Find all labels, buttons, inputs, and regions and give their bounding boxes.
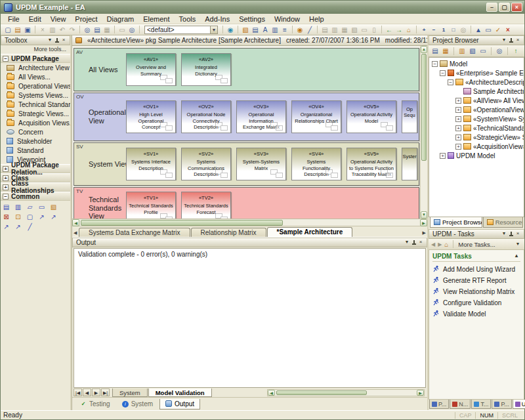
updm-tasks-menu-icon[interactable]: ▾ xyxy=(500,230,508,238)
home-icon[interactable]: ⌂ xyxy=(404,26,413,34)
title-bar[interactable]: UPDM Example - EA – ▢ × xyxy=(1,1,524,14)
align-left-icon[interactable]: ▤ xyxy=(320,26,329,34)
band-all-views[interactable]: AVAll Views«AV1»Overview and Summary«AV2… xyxy=(74,48,419,91)
move-down-icon[interactable]: ↓ xyxy=(522,47,525,55)
undo-icon[interactable]: ↶ xyxy=(58,26,67,34)
expand-icon[interactable]: + xyxy=(3,166,9,172)
cut-icon[interactable]: × xyxy=(38,26,47,34)
default-style-combobox[interactable]: <default>▼ xyxy=(144,26,218,34)
refresh-icon[interactable]: ✓ xyxy=(494,26,503,34)
menu-settings[interactable]: Settings xyxy=(234,14,270,24)
task-configure-validation[interactable]: Configure Validation xyxy=(432,297,520,308)
diagram-card-tv1[interactable]: «TV1»Technical Standards Profile xyxy=(126,192,176,219)
tree-node-sample-architecture[interactable]: Sample Architecture xyxy=(429,87,524,96)
move-up-icon[interactable]: ↑ xyxy=(511,47,520,55)
toolbox-item-architecture-view[interactable]: Architecture View xyxy=(1,63,70,72)
diagram-card-sv4[interactable]: «SV4»Systems Functionality Description xyxy=(291,148,341,180)
tasks-home-icon[interactable]: ⌂ xyxy=(444,241,448,248)
collapse-icon[interactable]: − xyxy=(3,194,9,200)
expand-icon[interactable]: + xyxy=(3,184,9,190)
output-scroll-right-icon[interactable]: ▶ xyxy=(417,390,424,396)
diagram-tab-sample-architecture[interactable]: *Sample Architecture xyxy=(267,227,353,237)
expand-icon[interactable]: + xyxy=(440,153,446,159)
image-icon[interactable]: ▧ xyxy=(49,203,58,211)
combo-dropdown-icon[interactable]: ▼ xyxy=(210,26,217,33)
delete-icon[interactable]: × xyxy=(503,26,513,34)
user-icon[interactable]: ◉ xyxy=(295,26,304,34)
project-browser-pin-icon[interactable] xyxy=(508,37,514,44)
expand-icon[interactable]: + xyxy=(3,175,9,181)
diagram-card-ov1[interactable]: «OV1»High Level Operational Concept xyxy=(126,100,176,133)
document-icon[interactable]: ▥ xyxy=(14,203,22,211)
toolbox-group-updm-package-relation[interactable]: +UPDM Package Relation... xyxy=(1,164,70,173)
toolbox-group-class-relationships[interactable]: +Class Relationships xyxy=(1,182,70,192)
tree-node-model[interactable]: −Model xyxy=(429,59,524,68)
dashed-arrow-icon[interactable]: ↗ xyxy=(2,222,10,231)
copy-icon[interactable]: ▥ xyxy=(48,26,57,34)
mini-tab-1[interactable]: N... xyxy=(450,400,471,409)
find-icon[interactable]: ◎ xyxy=(83,26,92,34)
tree-node-systemview-system[interactable]: +«SystemView» System xyxy=(429,114,524,123)
horizontal-scrollbar[interactable]: ◀ ▶ xyxy=(72,219,427,226)
print-icon[interactable]: ▦ xyxy=(102,26,112,34)
find-in-browser-icon[interactable]: ◎ xyxy=(495,47,504,55)
output-pin-icon[interactable] xyxy=(411,240,417,246)
new-document-icon[interactable]: ▤ xyxy=(430,47,440,55)
zoom-custom-icon[interactable]: ◎ xyxy=(459,26,468,34)
tasks-forward-icon[interactable]: ▶ xyxy=(438,242,442,247)
scroll-right-icon[interactable]: ▶ xyxy=(420,219,427,226)
diagram-card-av1[interactable]: «AV1»Overview and Summary xyxy=(126,53,176,86)
output-close-icon[interactable]: × xyxy=(417,239,425,246)
diagram-card-av2[interactable]: «AV2»Integrated Dictionary xyxy=(181,53,231,86)
tree-node-enterprise-sample-enterprise[interactable]: −«Enterprise» Sample Enterprise xyxy=(429,68,524,77)
output-tab-model-validation[interactable]: Model Validation xyxy=(148,388,212,397)
menu-view[interactable]: View xyxy=(46,14,71,24)
diagram-card[interactable]: Syster xyxy=(402,148,417,180)
collapse-icon[interactable]: − xyxy=(448,79,453,85)
new-child-icon[interactable]: ▥ xyxy=(457,47,467,55)
diagram-card-ov5[interactable]: «OV5»Operational Activity Model xyxy=(346,100,396,133)
project-browser-close-icon[interactable]: × xyxy=(514,37,522,44)
diagram-card-sv1[interactable]: «SV1»Systems Interface Description xyxy=(126,148,176,180)
mini-tab-0[interactable]: P... xyxy=(429,400,449,409)
task-validate-model[interactable]: Validate Model xyxy=(432,308,520,320)
diagram-tab-relationship-matrix[interactable]: Relationship Matrix xyxy=(191,228,266,237)
tasks-back-icon[interactable]: ◀ xyxy=(431,242,435,247)
band-operational-view[interactable]: OVOperational View«OV1»High Level Operat… xyxy=(74,93,419,141)
task-view-relationship-matrix[interactable]: View Relationship Matrix xyxy=(432,286,520,297)
band-system-view[interactable]: SVSystem View«SV1»Systems Interface Desc… xyxy=(74,142,419,186)
menu-edit[interactable]: Edit xyxy=(24,14,46,24)
note-icon[interactable]: ▤ xyxy=(2,203,10,211)
list-icon[interactable]: ≡ xyxy=(280,26,289,34)
new-diagram-icon[interactable]: ▧ xyxy=(468,47,477,55)
mini-tab-4[interactable]: U... xyxy=(513,400,525,409)
diagram-card[interactable]: Op Sequ xyxy=(402,100,417,133)
note-icon[interactable]: ▤ xyxy=(251,26,260,34)
redo-icon[interactable]: ↷ xyxy=(68,26,77,34)
diagram-card-sv5[interactable]: «SV5»Operational Activity to Systems Fun… xyxy=(346,148,396,180)
menu-tools[interactable]: Tools xyxy=(175,14,201,24)
dock-tab-system[interactable]: iSystem xyxy=(117,399,158,410)
boundary-icon[interactable]: ▢ xyxy=(26,213,34,221)
updm-tasks-section[interactable]: UPDM Tasks ▴ xyxy=(432,253,520,262)
tree-node-allview-all-views[interactable]: +«AllView» All Views xyxy=(429,96,524,105)
output-scrollbar[interactable]: ◀ ▶ xyxy=(267,389,425,396)
zoom-100-icon[interactable]: 1 xyxy=(439,26,448,34)
pen-icon[interactable]: ╱ xyxy=(305,26,314,34)
toolbox-group-updm-package[interactable]: −UPDM Package xyxy=(1,54,70,63)
panel-tab-resources[interactable]: Resources xyxy=(483,217,523,228)
menu-window[interactable]: Window xyxy=(270,14,304,24)
toolbox-pin-icon[interactable] xyxy=(54,37,60,44)
collapse-icon[interactable]: − xyxy=(440,70,446,76)
diagram-card-ov2[interactable]: «OV2»Operational Node Connectivity Descr… xyxy=(181,100,231,133)
toolbox-item-operational-views[interactable]: Operational Views... xyxy=(1,81,70,91)
section-collapse-icon[interactable]: ▴ xyxy=(513,253,520,260)
toolbox-item-standard[interactable]: Standard xyxy=(1,146,70,155)
task-add-model-using-wizard[interactable]: Add Model Using Wizard xyxy=(432,264,520,275)
dock-tab-output[interactable]: Output xyxy=(159,399,200,410)
collapse-icon[interactable]: − xyxy=(3,56,9,62)
dock-tab-testing[interactable]: ✓Testing xyxy=(75,399,116,410)
diagram-card-ov3[interactable]: «OV3»Operational Information Exchange Ma… xyxy=(236,100,286,133)
horizontal-scroll-thumb[interactable] xyxy=(81,220,283,226)
new-icon[interactable]: ▢ xyxy=(3,26,12,34)
